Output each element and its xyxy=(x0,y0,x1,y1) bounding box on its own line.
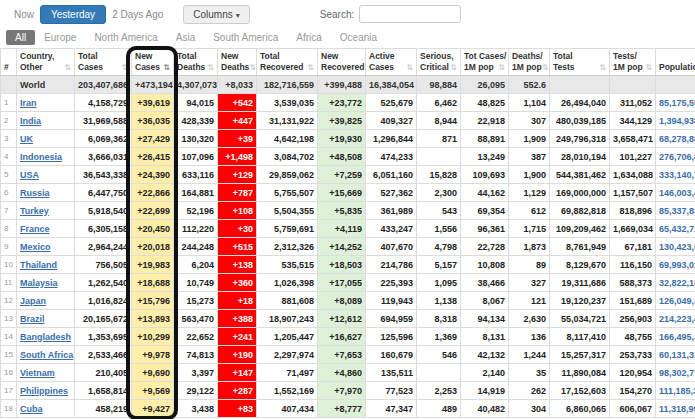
country-cell[interactable]: Russia xyxy=(17,184,75,202)
country-cell[interactable]: France xyxy=(17,220,75,238)
tests-per-1m-cell: 1,634,088 xyxy=(610,166,656,184)
population-cell[interactable]: 98,302,777 xyxy=(656,364,695,382)
active-cases-cell: 409,327 xyxy=(366,112,417,130)
country-link[interactable]: Iran xyxy=(20,98,37,108)
population-cell[interactable]: 65,432,718 xyxy=(656,220,695,238)
population-cell[interactable]: 276,706,842 xyxy=(656,148,695,166)
tab-north-america[interactable]: North America xyxy=(85,30,166,45)
country-link[interactable]: Malaysia xyxy=(20,278,58,288)
population-cell[interactable]: 333,140,783 xyxy=(656,166,695,184)
col-header-tests-per-1m[interactable]: Tests/1M pop⇅ xyxy=(610,49,656,76)
col-header-deaths-per-1m[interactable]: Deaths/1M pop⇅ xyxy=(509,49,550,76)
country-link[interactable]: UK xyxy=(20,134,33,144)
serious-critical-cell: 1,369 xyxy=(417,328,461,346)
tab-africa[interactable]: Africa xyxy=(287,30,331,45)
country-link[interactable]: Japan xyxy=(20,296,46,306)
country-link[interactable]: Brazil xyxy=(20,314,45,324)
new-deaths-cell: +18 xyxy=(218,292,257,310)
population-cell[interactable]: 11,318,992 xyxy=(656,400,695,418)
country-link[interactable]: India xyxy=(20,116,41,126)
col-header-new-deaths[interactable]: NewDeaths⇅ xyxy=(218,49,257,76)
population-cell[interactable]: 214,223,466 xyxy=(656,310,695,328)
country-cell[interactable]: Japan xyxy=(17,292,75,310)
country-cell[interactable]: Brazil xyxy=(17,310,75,328)
col-header-total-recovered[interactable]: TotalRecovered⇅ xyxy=(257,49,318,76)
tab-all[interactable]: All xyxy=(6,30,35,45)
new-recovered-cell: +48,508 xyxy=(318,148,366,166)
col-header-cases-per-1m[interactable]: Tot Cases/1M pop⇅ xyxy=(461,49,509,76)
country-link[interactable]: Cuba xyxy=(20,404,43,414)
now-button[interactable]: Now xyxy=(8,6,40,23)
col-header-new-cases[interactable]: NewCases⇅ xyxy=(132,49,174,76)
country-cell[interactable]: USA xyxy=(17,166,75,184)
total-recovered-cell: 71,497 xyxy=(257,364,318,382)
population-cell[interactable]: 69,993,027 xyxy=(656,256,695,274)
col-header-population[interactable]: Population⇅ xyxy=(656,49,695,76)
tab-asia[interactable]: Asia xyxy=(167,30,204,45)
country-cell[interactable]: Vietnam xyxy=(17,364,75,382)
country-cell[interactable]: Malaysia xyxy=(17,274,75,292)
country-link[interactable]: Indonesia xyxy=(20,152,62,162)
population-cell[interactable]: 146,003,457 xyxy=(656,184,695,202)
table-row: 8France6,305,158+20,450112,220+305,759,6… xyxy=(1,220,695,238)
columns-dropdown-button[interactable]: Columns▾ xyxy=(183,5,249,24)
new-recovered-cell: +7,259 xyxy=(318,166,366,184)
col-header-serious-critical[interactable]: Serious,Critical⇅ xyxy=(417,49,461,76)
country-link[interactable]: USA xyxy=(20,170,39,180)
population-cell[interactable]: 85,337,832 xyxy=(656,202,695,220)
new-cases-cell: +473,194 xyxy=(132,76,174,94)
country-link[interactable]: Bangladesh xyxy=(20,332,71,342)
country-link[interactable]: Mexico xyxy=(20,242,51,252)
col-header-new-recovered[interactable]: NewRecovered⇅ xyxy=(318,49,366,76)
population-cell[interactable]: 126,049,332 xyxy=(656,292,695,310)
col-header-country[interactable]: Country,Other⇅ xyxy=(17,49,75,76)
cases-per-1m-cell: 22,728 xyxy=(461,238,509,256)
country-cell[interactable]: Mexico xyxy=(17,238,75,256)
population-cell[interactable]: 166,495,380 xyxy=(656,328,695,346)
total-cases-cell: 210,405 xyxy=(75,364,132,382)
country-link[interactable]: South Africa xyxy=(20,350,73,360)
two-days-ago-button[interactable]: 2 Days Ago xyxy=(106,6,169,23)
total-cases-cell: 36,543,338 xyxy=(75,166,132,184)
country-cell[interactable]: South Africa xyxy=(17,346,75,364)
country-link[interactable]: Vietnam xyxy=(20,368,55,378)
country-link[interactable]: Turkey xyxy=(20,206,49,216)
new-deaths-cell: +129 xyxy=(218,166,257,184)
total-cases-cell: 4,158,729 xyxy=(75,94,132,112)
country-cell[interactable]: Iran xyxy=(17,94,75,112)
tab-europe[interactable]: Europe xyxy=(35,30,85,45)
population-cell[interactable]: 1,394,938,788 xyxy=(656,112,695,130)
rank-cell: 6 xyxy=(1,184,17,202)
population-cell[interactable]: 68,278,881 xyxy=(656,130,695,148)
population-cell[interactable]: 130,423,632 xyxy=(656,238,695,256)
population-cell[interactable]: 32,822,180 xyxy=(656,274,695,292)
col-header-total-cases[interactable]: TotalCases⇅ xyxy=(75,49,132,76)
population-cell[interactable]: 85,175,598 xyxy=(656,94,695,112)
country-cell[interactable]: UK xyxy=(17,130,75,148)
country-link[interactable]: France xyxy=(20,224,50,234)
total-deaths-cell: 164,881 xyxy=(174,184,218,202)
country-cell[interactable]: Bangladesh xyxy=(17,328,75,346)
new-cases-cell: +15,796 xyxy=(132,292,174,310)
country-cell[interactable]: Thailand xyxy=(17,256,75,274)
total-deaths-cell: 563,470 xyxy=(174,310,218,328)
col-header-total-deaths[interactable]: TotalDeaths⇅ xyxy=(174,49,218,76)
country-cell[interactable]: Philippines xyxy=(17,382,75,400)
tab-south-america[interactable]: South America xyxy=(204,30,287,45)
country-link[interactable]: Russia xyxy=(20,188,50,198)
col-header-active-cases[interactable]: ActiveCases⇅ xyxy=(366,49,417,76)
country-cell[interactable]: Turkey xyxy=(17,202,75,220)
yesterday-button[interactable]: Yesterday xyxy=(40,5,106,24)
tests-per-1m-cell: 253,733 xyxy=(610,346,656,364)
country-cell[interactable]: India xyxy=(17,112,75,130)
search-input[interactable] xyxy=(359,5,461,23)
population-cell[interactable]: 60,131,318 xyxy=(656,346,695,364)
country-link[interactable]: Thailand xyxy=(20,260,57,270)
country-link[interactable]: Philippines xyxy=(20,386,68,396)
col-header-total-tests[interactable]: TotalTests⇅ xyxy=(550,49,610,76)
total-cases-cell: 31,969,588 xyxy=(75,112,132,130)
tab-oceania[interactable]: Oceania xyxy=(331,30,386,45)
country-cell[interactable]: Indonesia xyxy=(17,148,75,166)
country-cell[interactable]: Cuba xyxy=(17,400,75,418)
population-cell[interactable]: 111,185,350 xyxy=(656,382,695,400)
